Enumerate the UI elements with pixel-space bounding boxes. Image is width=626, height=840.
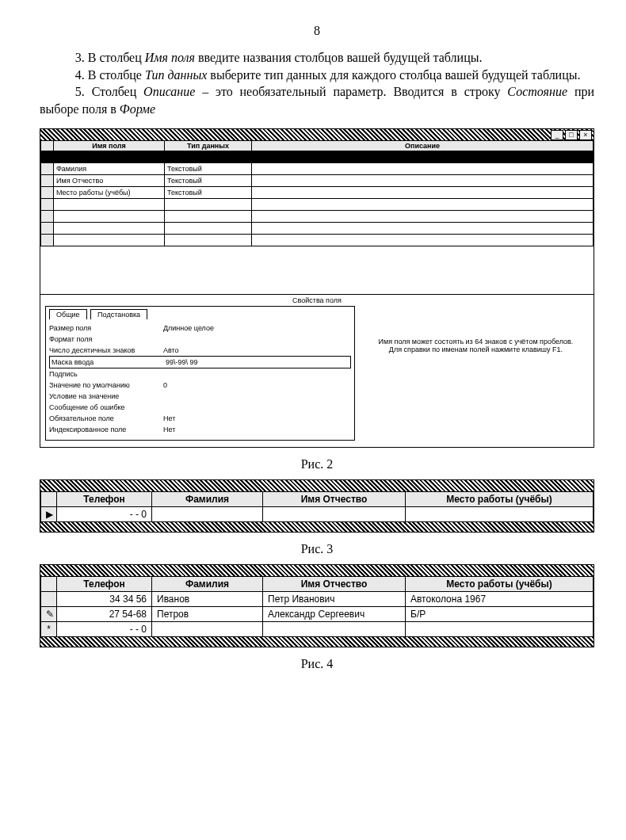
prop-value[interactable]: Нет (160, 414, 351, 422)
row-marker-icon: * (41, 622, 57, 637)
row-marker-icon (41, 592, 57, 607)
header-fam: Фамилия (152, 577, 263, 592)
header-rowselector (41, 141, 54, 151)
table-row[interactable] (41, 211, 594, 223)
prop-value[interactable]: Длинное целое (160, 324, 351, 332)
table-row[interactable]: Фамилия Текстовый (41, 163, 594, 175)
paragraph-5: 5. Столбец Описание – это необязательный… (40, 83, 594, 117)
table-row[interactable]: Место работы (учёбы) Текстовый (41, 187, 594, 199)
cell-field-name[interactable]: Имя Отчество (54, 175, 165, 187)
prop-label: Формат поля (49, 335, 160, 343)
header-field-type: Тип данных (165, 141, 252, 151)
text-italic: Описание (143, 85, 195, 98)
prop-label: Сообщение об ошибке (49, 403, 160, 411)
prop-label: Размер поля (49, 324, 160, 332)
table-row[interactable] (41, 223, 594, 235)
cell-fam[interactable]: Иванов (152, 592, 263, 607)
tab-general[interactable]: Общие (49, 309, 87, 319)
cell-imy[interactable] (263, 622, 406, 637)
maximize-icon[interactable]: □ (565, 130, 578, 140)
window-footer (40, 637, 594, 647)
header-imy: Имя Отчество (263, 492, 406, 507)
window-footer (40, 522, 594, 532)
tab-lookup[interactable]: Подстановка (90, 309, 147, 319)
prop-value[interactable]: 0 (160, 381, 351, 389)
field-design-grid[interactable]: Имя поля Тип данных Описание Фамилия Тек… (40, 140, 594, 246)
cell-field-name[interactable]: Фамилия (54, 163, 165, 175)
prop-label: Условие на значение (49, 392, 160, 400)
header-work: Место работы (учёбы) (406, 492, 594, 507)
row-marker-icon: ▶ (41, 507, 57, 522)
table-row[interactable]: Имя Отчество Текстовый (41, 175, 594, 187)
text: выберите тип данных для каждого столбца … (207, 68, 580, 82)
figure-caption: Рис. 4 (40, 657, 594, 671)
cell-field-type[interactable]: Текстовый (165, 187, 252, 199)
header-work: Место работы (учёбы) (406, 577, 594, 592)
header-field-name: Имя поля (54, 141, 165, 151)
window-titlebar (40, 480, 594, 491)
prop-label: Подпись (49, 370, 160, 378)
table-row[interactable]: ✎ 27 54-68 Петров Александр Сергеевич Б/… (41, 607, 594, 622)
paragraph-3: 3. В столбец Имя поля введите названия с… (40, 49, 594, 67)
header-tel: Телефон (57, 492, 152, 507)
header-imy: Имя Отчество (263, 577, 406, 592)
prop-value[interactable]: 99\-99\ 99 (162, 358, 349, 366)
cell-field-type[interactable]: Текстовый (165, 175, 252, 187)
datasheet-grid[interactable]: Телефон Фамилия Имя Отчество Место работ… (40, 576, 594, 637)
header-field-desc: Описание (252, 141, 594, 151)
close-icon[interactable]: × (579, 130, 592, 140)
cell-fam[interactable]: Петров (152, 607, 263, 622)
cell-fam[interactable] (152, 622, 263, 637)
cell-work[interactable] (406, 507, 594, 522)
window-titlebar: _ □ × (40, 129, 594, 140)
cell-imy[interactable]: Александр Сергеевич (263, 607, 406, 622)
table-row[interactable]: * - - 0 (41, 622, 594, 637)
datasheet-grid[interactable]: Телефон Фамилия Имя Отчество Место работ… (40, 491, 594, 522)
prop-label: Маска ввода (52, 358, 162, 366)
table-row[interactable]: ▶ - - 0 (41, 507, 594, 522)
table-row[interactable]: 34 34 56 Иванов Петр Иванович Автоколона… (41, 592, 594, 607)
table-row[interactable] (41, 235, 594, 246)
cell-tel[interactable]: 27 54-68 (57, 607, 152, 622)
text-italic: Форме (120, 102, 155, 116)
screenshot-datasheet-empty: Телефон Фамилия Имя Отчество Место работ… (40, 479, 594, 533)
cell-imy[interactable]: Петр Иванович (263, 592, 406, 607)
table-row[interactable] (41, 151, 594, 163)
prop-label: Число десятичных знаков (49, 346, 160, 354)
prop-value[interactable]: Нет (160, 426, 351, 433)
prop-value[interactable]: Авто (160, 346, 351, 354)
cell-field-type[interactable]: Текстовый (165, 163, 252, 175)
text-italic: Состояние (507, 85, 567, 98)
header-rowselector (41, 577, 57, 592)
cell-fam[interactable] (152, 507, 263, 522)
prop-label: Обязательное поле (49, 414, 160, 422)
screenshot-table-design: _ □ × Имя поля Тип данных Описание (40, 128, 594, 448)
cell-work[interactable]: Б/Р (406, 607, 594, 622)
cell-field-name[interactable]: Место работы (учёбы) (54, 187, 165, 199)
header-rowselector (41, 492, 57, 507)
row-marker-icon: ✎ (41, 607, 57, 622)
text: 5. Столбец (75, 85, 143, 98)
cell-tel[interactable]: 34 34 56 (57, 592, 152, 607)
table-row[interactable] (41, 199, 594, 211)
page-number: 8 (40, 24, 594, 38)
cell-tel[interactable]: - - 0 (57, 622, 152, 637)
paragraph-4: 4. В столбце Тип данных выберите тип дан… (40, 67, 594, 84)
figure-caption: Рис. 3 (40, 542, 594, 556)
text-italic: Имя поля (145, 51, 195, 64)
cell-work[interactable]: Автоколона 1967 (406, 592, 594, 607)
cell-tel[interactable]: - - 0 (57, 507, 152, 522)
text: 3. В столбец (75, 51, 145, 64)
cell-work[interactable] (406, 622, 594, 637)
screenshot-datasheet-filled: Телефон Фамилия Имя Отчество Место работ… (40, 564, 594, 647)
properties-bar-label: Свойства поля (40, 294, 594, 306)
header-fam: Фамилия (152, 492, 263, 507)
field-hint-text: Имя поля может состоять из 64 знаков с у… (358, 306, 594, 444)
text: 4. В столбце (75, 68, 145, 82)
field-properties-panel: Общие Подстановка Размер поляДлинное цел… (45, 306, 355, 441)
prop-label: Индексированное поле (49, 426, 160, 433)
cell-imy[interactable] (263, 507, 406, 522)
minimize-icon[interactable]: _ (551, 130, 563, 140)
prop-label: Значение по умолчанию (49, 381, 160, 389)
header-tel: Телефон (57, 577, 152, 592)
